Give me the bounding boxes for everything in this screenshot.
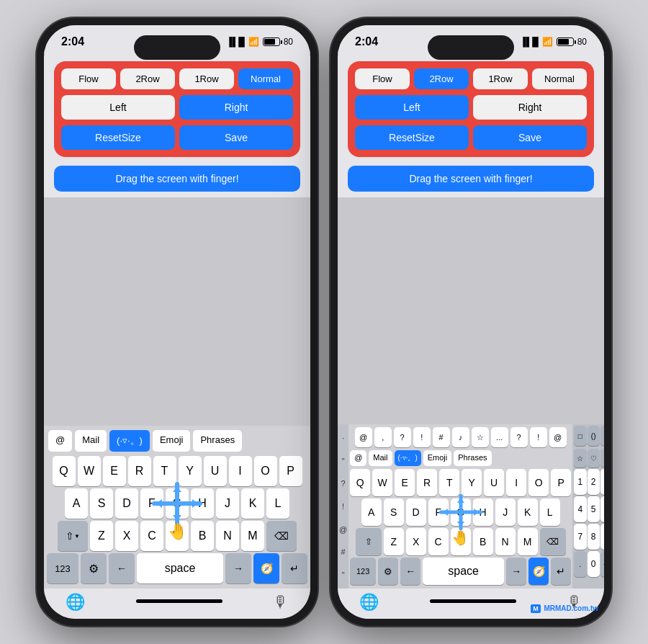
v-key-1[interactable]: V 🤚 <box>166 521 189 551</box>
left-btn-1[interactable]: Left <box>61 95 175 120</box>
o-sym-2[interactable]: ? <box>510 427 528 447</box>
np-1[interactable]: 1 <box>574 469 586 495</box>
ex-sym-2[interactable]: @ <box>549 427 567 447</box>
flow-btn-2[interactable]: Flow <box>355 68 410 89</box>
np-5[interactable]: 5 <box>588 496 600 522</box>
d-key-2[interactable]: D <box>406 498 426 526</box>
p-key-2[interactable]: P <box>551 469 571 496</box>
a-key-1[interactable]: A <box>65 488 88 519</box>
u-key-2[interactable]: U <box>484 469 504 496</box>
compass-key-2[interactable]: 🧭 <box>528 558 549 585</box>
q-sym-2[interactable]: @ <box>355 427 372 447</box>
z-key-1[interactable]: Z <box>90 521 113 551</box>
1row-btn-1[interactable]: 1Row <box>179 68 234 89</box>
f-key-1[interactable]: F <box>140 488 163 519</box>
u-key-1[interactable]: U <box>204 456 227 486</box>
mic-icon-2[interactable]: 🎙 <box>567 593 582 612</box>
m-key-2[interactable]: M <box>518 528 538 555</box>
u-sym-2[interactable]: ☆ <box>472 427 489 447</box>
left-arrow-key-1[interactable]: ← <box>109 553 135 583</box>
s-key-1[interactable]: S <box>90 488 113 519</box>
save-btn-2[interactable]: Save <box>473 125 587 150</box>
h-key-1[interactable]: H <box>191 488 214 519</box>
normal-btn-2[interactable]: Normal <box>532 68 587 89</box>
b-key-1[interactable]: B <box>191 521 214 551</box>
2row-btn-1[interactable]: 2Row <box>120 68 175 89</box>
h-key-2[interactable]: H <box>473 498 493 526</box>
j-key-1[interactable]: J <box>216 488 239 519</box>
compass-key-1[interactable]: 🧭 <box>253 553 279 583</box>
r-key-2[interactable]: R <box>417 469 437 496</box>
t-key-2[interactable]: T <box>439 469 459 496</box>
left-arrow-key-2[interactable]: ← <box>400 558 420 585</box>
w-key-1[interactable]: W <box>78 456 101 486</box>
right-arrow-key-1[interactable]: → <box>225 553 251 583</box>
mic-icon-1[interactable]: 🎙 <box>273 593 289 612</box>
resetsize-btn-2[interactable]: ResetSize <box>355 125 469 150</box>
np-3[interactable]: 3 <box>600 469 604 495</box>
space-key-2[interactable]: space <box>423 558 504 585</box>
g-key-1[interactable]: G <box>166 488 189 519</box>
np-s3[interactable]: 1 <box>600 449 604 468</box>
emoji-face-key-1[interactable]: (·▿·。) <box>109 430 150 452</box>
globe-icon-2[interactable]: 🌐 <box>359 593 379 612</box>
k-key-2[interactable]: K <box>518 498 538 526</box>
p-key-1[interactable]: P <box>279 456 302 486</box>
mail-key-1[interactable]: Mail <box>75 430 107 452</box>
q-key-2[interactable]: Q <box>350 469 370 496</box>
at-key-2[interactable]: @ <box>350 450 366 466</box>
np-6[interactable]: 6 <box>600 496 604 522</box>
return-key-2[interactable]: ↵ <box>551 558 571 585</box>
np-s1[interactable]: ☆ <box>574 449 586 468</box>
phrases-key-1[interactable]: Phrases <box>193 430 242 452</box>
q-key-1[interactable]: Q <box>53 456 76 486</box>
o-key-2[interactable]: O <box>528 469 549 496</box>
a-key-2[interactable]: A <box>361 498 382 526</box>
del-key-2[interactable]: ⌫ <box>540 528 566 555</box>
left-btn-2[interactable]: Left <box>355 95 469 120</box>
t-key-1[interactable]: T <box>153 456 176 486</box>
d-key-1[interactable]: D <box>115 488 138 519</box>
emoji-face-key-2[interactable]: (·▿·。) <box>395 450 421 466</box>
np-sym2[interactable]: () <box>588 426 600 446</box>
i-sym-2[interactable]: ... <box>491 427 508 447</box>
z-key-2[interactable]: Z <box>384 528 404 555</box>
i-key-1[interactable]: I <box>229 456 252 486</box>
mail-key-2[interactable]: Mail <box>369 450 392 466</box>
np-9[interactable]: 9 <box>600 524 604 550</box>
np-sym1[interactable]: □ <box>574 426 586 446</box>
l-key-2[interactable]: L <box>540 498 560 526</box>
np-4[interactable]: 4 <box>574 496 586 522</box>
emoji-key-2[interactable]: Emoji <box>423 450 452 466</box>
123-key-2[interactable]: 123 <box>350 558 376 585</box>
t-sym-2[interactable]: # <box>433 427 450 447</box>
s-key-2[interactable]: S <box>384 498 404 526</box>
normal-btn-1[interactable]: Normal <box>238 68 293 89</box>
at-key-1[interactable]: @ <box>48 430 72 452</box>
p-sym-2[interactable]: ! <box>530 427 547 447</box>
np-enter[interactable]: ↵ <box>600 551 604 577</box>
y-sym-2[interactable]: ♪ <box>452 427 469 447</box>
np-2[interactable]: 2 <box>588 469 600 495</box>
v-key-2[interactable]: V 🤚 <box>451 528 471 555</box>
globe-icon-1[interactable]: 🌐 <box>66 593 85 612</box>
emoji-key-1[interactable]: Emoji <box>153 430 191 452</box>
right-btn-2[interactable]: Right <box>473 95 587 120</box>
shift-key-2[interactable]: ⇧ <box>356 528 382 555</box>
np-7[interactable]: 7 <box>574 524 586 550</box>
settings-key-2[interactable]: ⚙ <box>378 558 398 585</box>
settings-key-1[interactable]: ⚙ <box>81 553 107 583</box>
space-key-1[interactable]: space <box>137 553 223 583</box>
np-sym3[interactable]: ☆ <box>600 426 604 446</box>
shift-key-1[interactable]: ⇧▼ <box>58 521 88 551</box>
o-key-1[interactable]: O <box>254 456 277 486</box>
g-key-2[interactable]: G <box>451 498 471 526</box>
c-key-2[interactable]: C <box>428 528 449 555</box>
w-key-2[interactable]: W <box>372 469 392 496</box>
l-key-1[interactable]: L <box>266 488 289 519</box>
y-key-2[interactable]: Y <box>462 469 482 496</box>
np-8[interactable]: 8 <box>588 524 600 550</box>
x-key-2[interactable]: X <box>406 528 426 555</box>
resetsize-btn-1[interactable]: ResetSize <box>61 125 175 150</box>
r-key-1[interactable]: R <box>128 456 151 486</box>
